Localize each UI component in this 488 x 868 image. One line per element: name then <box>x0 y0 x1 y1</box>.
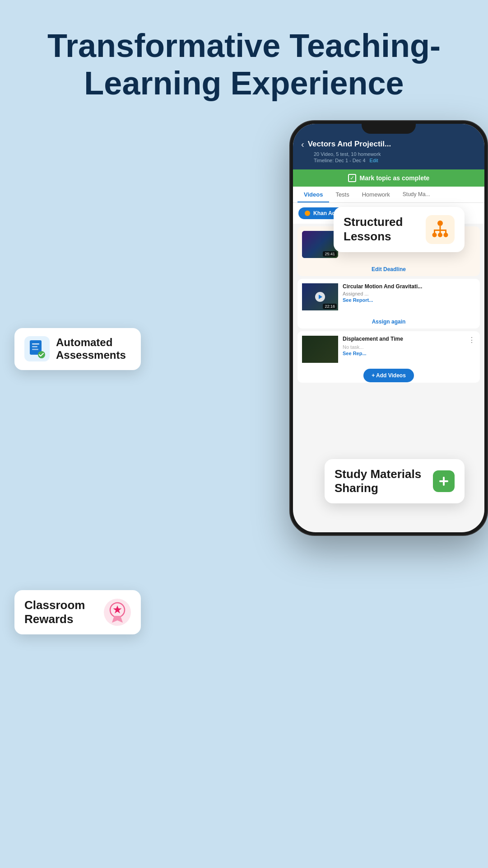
edit-link[interactable]: Edit <box>370 158 378 163</box>
video-card-2: 22:16 Circular Motion And Gravitati... A… <box>297 279 480 328</box>
svg-point-7 <box>438 233 442 237</box>
svg-rect-1 <box>440 226 441 230</box>
floating-card-automated-assessments: Automated Assessments <box>14 328 141 371</box>
video-card-3: Displacement and Time ⋮ No task... See R… <box>297 331 480 383</box>
svg-rect-4 <box>440 230 441 233</box>
hero-title: Transformative Teaching-Learning Experie… <box>0 0 488 120</box>
svg-rect-15 <box>439 480 448 482</box>
svg-rect-11 <box>32 346 37 347</box>
svg-rect-3 <box>434 230 435 233</box>
mark-complete-bar[interactable]: ✓ Mark topic as complete <box>293 169 484 187</box>
see-report-2[interactable]: See Report... <box>343 297 475 303</box>
course-timeline: Timeline: Dec 1 - Dec 4 Edit <box>314 158 476 163</box>
structured-lessons-label: Structured Lessons <box>344 215 419 243</box>
video-thumb-2: 22:16 <box>302 283 338 310</box>
classroom-rewards-label: Classroom Rewards <box>24 598 98 626</box>
video-thumb-1: 25:41 <box>302 231 338 258</box>
org-chart-icon <box>426 215 455 244</box>
app-tabs: Videos Tests Homework Study Ma... <box>293 187 484 203</box>
tab-study-ma[interactable]: Study Ma... <box>396 187 437 202</box>
svg-point-8 <box>444 233 448 237</box>
award-icon <box>104 599 131 626</box>
see-report-3[interactable]: See Rep... <box>343 351 475 356</box>
video-title-2: Circular Motion And Gravitati... <box>343 283 475 290</box>
tab-homework[interactable]: Homework <box>356 187 396 202</box>
video-due-2: Assigned ... <box>343 291 475 296</box>
document-check-icon <box>24 336 50 361</box>
video-info-2: Circular Motion And Gravitati... Assigne… <box>343 283 475 310</box>
video-duration-1: 25:41 <box>323 251 337 257</box>
course-title: Vectors And Projectil... <box>308 140 391 149</box>
svg-rect-10 <box>32 343 39 345</box>
tab-tests[interactable]: Tests <box>329 187 355 202</box>
assign-again-1[interactable]: Assign again <box>297 315 480 328</box>
back-button[interactable]: ‹ <box>301 139 304 150</box>
check-icon: ✓ <box>348 174 356 182</box>
study-materials-label: Study Materials Sharing <box>335 467 427 495</box>
phone-notch <box>362 121 416 134</box>
video-thumb-3 <box>302 336 338 363</box>
svg-point-0 <box>437 221 443 226</box>
automated-assessments-label: Automated Assessments <box>56 336 131 362</box>
floating-card-classroom-rewards: Classroom Rewards <box>14 590 141 634</box>
video-title-3: Displacement and Time <box>343 336 403 342</box>
video-duration-2: 22:16 <box>323 304 337 309</box>
add-videos-button[interactable]: + Add Videos <box>363 369 414 382</box>
edit-deadline-1[interactable]: Edit Deadline <box>297 263 480 276</box>
no-task-text: No task... <box>343 344 475 350</box>
svg-point-6 <box>432 233 437 237</box>
play-button-2[interactable] <box>315 292 325 302</box>
floating-card-structured-lessons: Structured Lessons <box>334 207 465 252</box>
more-options-icon[interactable]: ⋮ <box>468 336 475 344</box>
tab-videos[interactable]: Videos <box>297 187 329 202</box>
svg-rect-12 <box>32 349 38 350</box>
video-info-3: Displacement and Time ⋮ No task... See R… <box>343 336 475 363</box>
mark-complete-text: Mark topic as complete <box>360 174 430 182</box>
svg-rect-5 <box>445 230 446 233</box>
course-subtitle: 20 Video, 5 test, 10 homework <box>314 151 476 157</box>
plus-icon <box>433 470 455 492</box>
floating-card-study-materials: Study Materials Sharing <box>325 459 465 503</box>
